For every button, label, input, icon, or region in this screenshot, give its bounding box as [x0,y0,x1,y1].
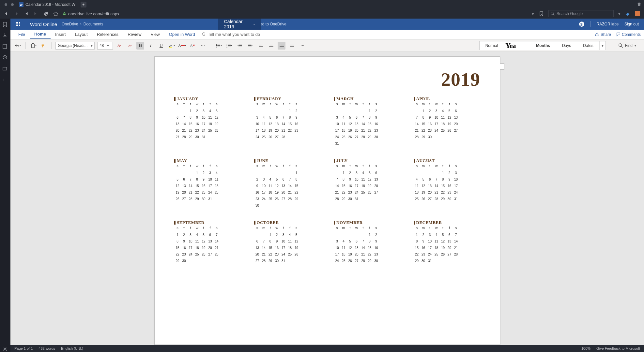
skype-icon[interactable]: S [579,21,585,27]
url-bar[interactable]: onedrive.live.com/edit.aspx [63,11,119,16]
dow-label: w [433,102,440,106]
window-icon[interactable] [3,66,8,71]
day-cell: 5 [200,233,207,238]
comments-button[interactable]: Comments [616,32,641,37]
new-tab-button[interactable]: + [81,2,86,7]
search-box[interactable]: Search Google [548,10,614,17]
rewind-icon[interactable] [23,11,29,16]
reload-icon[interactable] [43,11,48,16]
signout-link[interactable]: Sign out [624,22,639,26]
find-button[interactable]: Find ▾ [614,43,641,48]
day-cell: 21 [187,191,194,195]
font-size-combo[interactable]: 48 ▾ [97,42,113,50]
day-cell: 30 [373,259,379,264]
day-cell: 11 [267,184,274,189]
undo-button[interactable]: ▾ [14,42,22,50]
grow-font-button[interactable]: A▴ [115,42,123,50]
crumb-onedrive[interactable]: OneDrive [62,22,78,26]
open-in-word[interactable]: Open in Word [164,30,200,39]
day-cell: 19 [174,191,181,195]
language-indicator[interactable]: English (U.S.) [61,346,83,350]
paste-button[interactable]: ▾ [30,42,38,50]
fastfwd-icon[interactable] [33,11,38,16]
home-icon[interactable] [53,11,58,16]
feedback-link[interactable]: Give Feedback to Microsoft [596,346,640,350]
style-days[interactable]: Days [556,41,577,50]
highlight-button[interactable]: ▾ [168,42,176,50]
bold-button[interactable]: B [136,42,144,50]
day-cell: 28 [213,253,220,257]
search-icon [551,12,555,16]
outdent-button[interactable] [236,42,244,50]
day-cell: 15 [340,184,347,189]
day-cell: 25 [261,135,267,140]
tab-layout[interactable]: Layout [70,30,92,39]
day-cell: 26 [440,253,446,257]
crumb-documents[interactable]: Documents [84,22,103,26]
day-cell: 22 [440,191,446,195]
format-painter-button[interactable] [39,42,47,50]
align-justify-button[interactable] [288,42,296,50]
document-title[interactable]: Calendar 2019 - [218,19,261,30]
tab-insert[interactable]: Insert [51,30,70,39]
align-center-button[interactable] [267,42,275,50]
more-para-button[interactable]: ⋯ [299,42,306,50]
note-icon[interactable] [3,44,8,49]
tab-home[interactable]: Home [30,30,51,39]
trash-icon[interactable] [637,2,641,7]
caret-down-icon[interactable]: ▾ [618,11,621,16]
gear-icon[interactable] [3,347,8,352]
day-cell: 23 [194,129,200,133]
more-font-button[interactable]: ⋯ [199,42,207,50]
style-year[interactable]: Yea [504,41,530,50]
caret-down-icon[interactable]: ▾ [600,43,606,48]
font-family-combo[interactable]: Georgia (Headi... ▾ [55,42,95,50]
day-cell: 25 [340,135,347,140]
styles-gallery[interactable]: Normal Yea Months Days Dates ▾ [479,41,606,50]
day-cell: 14 [213,240,220,244]
margin-handle[interactable] [500,63,504,70]
back-icon[interactable] [4,11,9,16]
tell-me-box[interactable]: Tell me what you want to do [202,32,260,37]
font-color-button[interactable]: A▾ [178,42,186,50]
download-icon[interactable] [3,33,8,38]
align-left-button[interactable] [257,42,265,50]
user-label[interactable]: RAZOR labs [597,22,619,26]
page-indicator[interactable]: Page 1 of 1 [14,346,33,350]
history-icon[interactable] [3,55,8,60]
day-cell: 23 [427,129,433,133]
dow-label: w [353,102,360,106]
browser-tab[interactable]: W Calendar 2019 - Microsoft W [16,0,79,9]
underline-button[interactable]: U [157,42,165,50]
style-dates[interactable]: Dates [577,41,599,50]
numbering-button[interactable]: 123▾ [225,42,233,50]
bookmark-icon[interactable] [539,11,544,16]
app-launcher-button[interactable] [10,19,25,30]
indent-button[interactable] [246,42,254,50]
day-cell: 20 [427,191,433,195]
caret-down-icon[interactable]: ▾ [532,11,534,16]
day-cell: 16 [420,246,427,251]
tab-view[interactable]: View [146,30,164,39]
shrink-font-button[interactable]: A▾ [126,42,134,50]
align-right-button[interactable] [278,42,285,50]
forward-icon[interactable] [14,11,19,16]
avatar-icon[interactable] [635,11,640,16]
extension-icon[interactable]: ◆ [625,11,630,16]
tab-file[interactable]: File [14,30,30,39]
clear-format-button[interactable]: A✖ [189,42,196,50]
share-button[interactable]: Share [595,32,611,37]
zoom-level[interactable]: 100% [581,346,590,350]
add-panel-icon[interactable]: + [3,77,8,82]
document-canvas[interactable]: 2019 JANUARYsmtwtfs123456789101112131415… [10,52,644,345]
italic-button[interactable]: I [147,42,155,50]
bullets-button[interactable]: ▾ [215,42,223,50]
style-months[interactable]: Months [530,41,556,50]
dow-label: m [340,164,347,168]
bookmark-icon[interactable] [3,22,8,27]
word-count[interactable]: 462 words [38,346,55,350]
tab-references[interactable]: References [92,30,123,39]
tab-review[interactable]: Review [123,30,146,39]
style-normal[interactable]: Normal [480,41,504,50]
day-cell: 12 [213,116,220,120]
